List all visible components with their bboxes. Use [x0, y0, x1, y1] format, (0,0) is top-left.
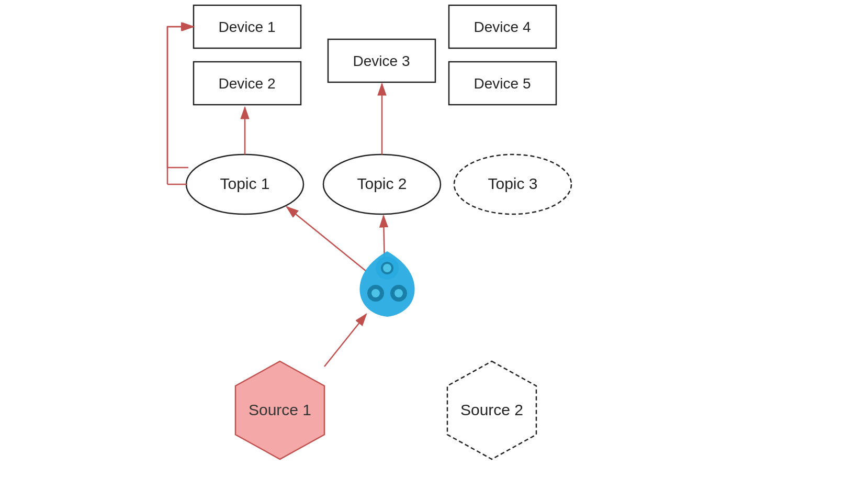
topic3-label: Topic 3 [488, 175, 537, 192]
device4-label: Device 4 [474, 19, 531, 35]
architecture-diagram: Device 1 Device 2 Device 3 Device 4 Devi… [0, 0, 868, 488]
arrow-source1-broker [324, 314, 366, 367]
device2-label: Device 2 [219, 75, 276, 92]
source2-label: Source 2 [460, 401, 523, 418]
arrow-topic1-device1 [167, 27, 194, 168]
svg-point-5 [383, 264, 391, 272]
source1-label: Source 1 [249, 401, 311, 418]
arrow-broker-topic1 [287, 207, 366, 271]
svg-point-6 [371, 289, 380, 297]
drupal-logo [359, 251, 414, 317]
device3-label: Device 3 [353, 53, 410, 69]
diagram-container: Device 1 Device 2 Device 3 Device 4 Devi… [0, 0, 868, 488]
topic2-label: Topic 2 [357, 175, 407, 192]
device1-label: Device 1 [219, 19, 276, 35]
svg-point-7 [394, 289, 403, 297]
topic1-label: Topic 1 [220, 175, 269, 192]
device5-label: Device 5 [474, 75, 531, 92]
